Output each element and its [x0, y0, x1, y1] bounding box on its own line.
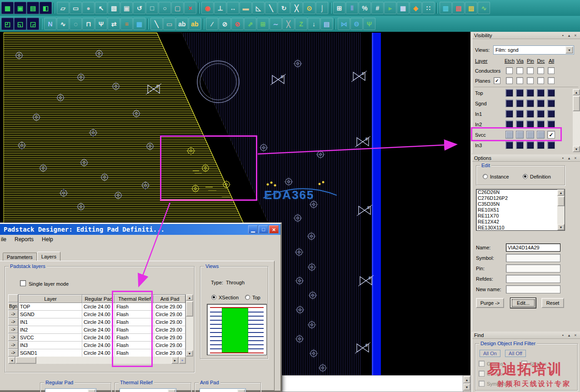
- menu-reports[interactable]: Reports: [10, 236, 38, 243]
- columns-icon[interactable]: ‖: [346, 2, 358, 14]
- visibility-checkbox[interactable]: [537, 77, 544, 84]
- definition-list-item[interactable]: C35D35N: [476, 201, 565, 207]
- layer-column-header[interactable]: Layer: [475, 58, 488, 64]
- row-handle[interactable]: Bgn: [8, 303, 18, 310]
- list-scrollbar[interactable]: ▲ ▼: [557, 189, 565, 230]
- reset-button[interactable]: Reset: [541, 298, 564, 308]
- table-header-anti-pad[interactable]: Anti Pad: [154, 295, 185, 303]
- table-cell[interactable]: SGND1: [19, 349, 82, 357]
- visibility-checkbox[interactable]: [505, 89, 513, 97]
- color-grid-icon[interactable]: ▦: [133, 18, 145, 30]
- visibility-checkbox[interactable]: [516, 99, 524, 107]
- table-cell[interactable]: Circle 24.00: [82, 326, 115, 334]
- table-cell[interactable]: Circle 29.00: [154, 349, 185, 357]
- circle-icon[interactable]: ○: [159, 2, 171, 14]
- visibility-checkbox[interactable]: [526, 89, 534, 97]
- dialog-titlebar[interactable]: Padstack Designer: Editing Pad Definiti.…: [0, 224, 280, 235]
- film-split-icon[interactable]: ◧: [40, 2, 52, 14]
- ruler-icon[interactable]: ▬: [240, 2, 252, 14]
- definition-list[interactable]: C26D26NC276D126P2C35D35NRE10X51RE11X70RE…: [476, 189, 565, 231]
- zoom-window-icon[interactable]: ◱: [14, 18, 26, 30]
- close-button[interactable]: ×: [269, 225, 279, 233]
- definition-list-item[interactable]: RE12X42: [476, 219, 565, 225]
- console-scrollbar[interactable]: ▲ ▼: [463, 376, 470, 392]
- scroll-up-icon[interactable]: ▲: [463, 376, 470, 383]
- table-cell[interactable]: Circle 29.00: [154, 303, 185, 311]
- copy-icon[interactable]: ▣: [120, 2, 133, 14]
- column-header-via[interactable]: Via: [515, 58, 525, 64]
- row-handle[interactable]: ->: [8, 333, 18, 341]
- fillet-icon[interactable]: ⊞: [257, 18, 269, 30]
- trim-icon[interactable]: ∿: [478, 2, 490, 14]
- dropdown-arrow-icon[interactable]: ▼: [168, 389, 175, 392]
- thermal-relief-select[interactable]: ▼: [120, 388, 176, 392]
- scroll-up-icon[interactable]: ▲: [573, 89, 580, 95]
- probe-icon[interactable]: ⊙: [303, 2, 315, 14]
- visibility-checkbox[interactable]: [516, 110, 524, 118]
- visibility-checkbox[interactable]: [505, 110, 513, 118]
- table-cell[interactable]: IN2: [19, 326, 82, 334]
- visibility-checkbox[interactable]: [547, 141, 555, 149]
- visibility-checkbox[interactable]: [516, 120, 524, 128]
- table-cell[interactable]: IN1: [19, 318, 82, 326]
- table-cell[interactable]: Flash: [115, 334, 154, 342]
- delete-icon[interactable]: ×: [184, 2, 196, 14]
- break-icon[interactable]: ╳: [290, 2, 303, 14]
- table-cell[interactable]: Circle 24.00: [82, 334, 115, 342]
- definition-list-item[interactable]: C276D126P2: [476, 195, 565, 201]
- all-off-button[interactable]: All Off: [505, 350, 526, 357]
- dimension-icon[interactable]: ↔: [227, 2, 239, 14]
- scroll-thumb[interactable]: [573, 96, 580, 111]
- table-cell[interactable]: Circle 24.00: [82, 311, 115, 318]
- row-handle[interactable]: ->: [8, 318, 18, 326]
- visibility-checkbox[interactable]: [537, 89, 545, 97]
- table-cell[interactable]: Flash: [115, 318, 154, 326]
- pan-window-icon[interactable]: ◰: [1, 18, 14, 30]
- scroll-down-icon[interactable]: ▼: [186, 350, 193, 357]
- field-refdes[interactable]: [506, 275, 560, 283]
- cursor-icon[interactable]: ↖: [95, 2, 107, 14]
- maximize-button[interactable]: □: [259, 225, 268, 233]
- unroute-icon[interactable]: ╳: [282, 18, 295, 30]
- collapse-icon[interactable]: ▴: [566, 155, 572, 161]
- xsection-radio[interactable]: [211, 295, 216, 300]
- column-header-pin[interactable]: Pin: [525, 58, 536, 64]
- table-cell[interactable]: Circle 24.00: [82, 303, 115, 311]
- visibility-checkbox[interactable]: ✓: [494, 77, 500, 84]
- groups-checkbox[interactable]: [479, 361, 485, 367]
- collapse-icon[interactable]: ▴: [566, 33, 572, 38]
- via-drop-icon[interactable]: ↓: [308, 18, 320, 30]
- panel-close-icon[interactable]: ×: [573, 155, 578, 161]
- visibility-checkbox[interactable]: [537, 110, 545, 118]
- visibility-checkbox[interactable]: [537, 141, 545, 149]
- journal-icon[interactable]: ▱: [57, 2, 69, 14]
- visibility-checkbox[interactable]: [505, 99, 513, 107]
- clock-icon[interactable]: Θ: [350, 18, 363, 30]
- console-strip[interactable]: ▲ ▼: [282, 375, 471, 392]
- sketch-icon[interactable]: ∿: [57, 18, 69, 30]
- matrix-icon[interactable]: ▦: [397, 2, 409, 14]
- page-icon[interactable]: ▭: [70, 2, 82, 14]
- field-pin[interactable]: [506, 264, 560, 273]
- add-line-icon[interactable]: ╲: [150, 18, 163, 30]
- tree-icon[interactable]: Ψ: [363, 18, 375, 30]
- film-window-icon[interactable]: ▦: [1, 2, 14, 14]
- visibility-checkbox[interactable]: [537, 99, 545, 107]
- table-cell[interactable]: SGND: [19, 311, 82, 318]
- spline-icon[interactable]: N: [44, 18, 56, 30]
- region-icon[interactable]: ◌: [70, 18, 82, 30]
- edit-button[interactable]: Edit...: [510, 298, 536, 308]
- visibility-checkbox[interactable]: [547, 89, 555, 97]
- field-name[interactable]: VIA24D14A29: [506, 243, 560, 252]
- column-header-all[interactable]: All: [546, 58, 557, 64]
- table-cell[interactable]: Circle 29.00: [154, 311, 185, 318]
- visibility-checkbox[interactable]: [537, 67, 544, 74]
- dot-icon[interactable]: ●: [82, 2, 95, 14]
- scroll-thumb[interactable]: [186, 301, 193, 317]
- visibility-checkbox[interactable]: [505, 120, 513, 128]
- scroll-down-icon[interactable]: ▼: [573, 146, 580, 152]
- hook-icon[interactable]: ⌡: [316, 2, 328, 14]
- purge-button[interactable]: Purge ->: [476, 298, 504, 308]
- highlight-icon[interactable]: ◉: [201, 2, 214, 14]
- visibility-panel-header[interactable]: Visibility ▪ ▴ ×: [472, 32, 580, 39]
